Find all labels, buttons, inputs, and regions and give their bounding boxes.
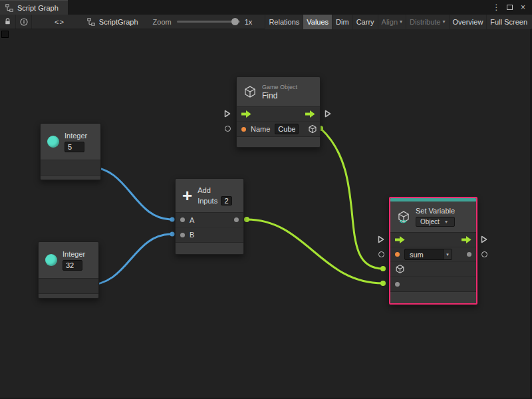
port-input-value-dot[interactable] xyxy=(395,282,400,287)
node-category: Game Object xyxy=(262,84,297,90)
distribute-button[interactable]: Distribute▾ xyxy=(406,15,448,29)
setvariable-flow-input-port[interactable] xyxy=(378,235,384,243)
add-output-wire-dot[interactable] xyxy=(244,217,249,222)
wire-integer32-to-add-b[interactable] xyxy=(86,234,172,285)
tab-title: Script Graph xyxy=(17,4,59,12)
input-b-label: B xyxy=(190,231,194,239)
dropdown-arrow-icon: ▾ xyxy=(400,19,402,25)
script-graph-tab[interactable]: Script Graph xyxy=(0,0,68,15)
port-input-b-dot[interactable] xyxy=(180,233,185,237)
relations-button[interactable]: Relations xyxy=(265,15,303,29)
wire-find-to-setvariable-object[interactable] xyxy=(321,128,383,269)
unity-script-graph-window: Script Graph ⋮ × <> ScriptGraph Zoom 1x … xyxy=(0,0,532,399)
setvariable-value-row xyxy=(390,277,476,291)
node-title: Set Variable xyxy=(416,207,455,215)
toolbar-toggle-group: Relations Values Dim Carry Align▾ Distri… xyxy=(265,15,532,29)
values-button[interactable]: Values xyxy=(303,15,332,29)
flow-out-arrow-icon[interactable] xyxy=(305,110,315,118)
node-header: + Add Inputs xyxy=(176,179,243,212)
inputs-label: Inputs xyxy=(198,197,217,205)
node-header: Game Object Find xyxy=(237,77,320,106)
close-button[interactable]: × xyxy=(517,2,529,13)
flow-in-arrow-icon[interactable] xyxy=(395,236,405,243)
inputs-count-input[interactable] xyxy=(221,196,232,205)
setvariable-flow-row xyxy=(390,233,476,247)
dropdown-arrow-icon: ▾ xyxy=(443,19,446,25)
node-footer xyxy=(390,291,476,303)
node-integer-bottom[interactable]: Integer xyxy=(38,241,99,299)
dropdown-arrow-icon: ▾ xyxy=(445,219,448,225)
zoom-slider[interactable] xyxy=(177,17,240,26)
port-name-dot[interactable] xyxy=(241,127,246,132)
node-find[interactable]: Game Object Find Name xyxy=(236,76,321,148)
integer-value-input[interactable] xyxy=(65,142,84,152)
node-body: sum ▾ xyxy=(390,232,476,291)
node-set-variable[interactable]: <> Set Variable Object ▾ xyxy=(389,197,477,305)
breadcrumb[interactable]: ScriptGraph xyxy=(87,18,138,26)
game-object-target-icon[interactable] xyxy=(395,264,405,274)
game-object-output-icon[interactable] xyxy=(308,124,317,134)
align-button[interactable]: Align▾ xyxy=(378,15,406,29)
node-title: Integer xyxy=(65,132,87,140)
setvariable-flow-output-port[interactable] xyxy=(481,235,487,243)
setvariable-value-output-port[interactable] xyxy=(481,251,487,257)
node-header: Integer xyxy=(41,124,100,160)
graph-icon xyxy=(5,4,13,12)
port-output-sum-dot[interactable] xyxy=(234,217,239,222)
zoom-slider-handle[interactable] xyxy=(231,18,239,25)
node-body: Name xyxy=(237,106,320,136)
setvariable-name-row: sum ▾ xyxy=(390,247,476,262)
name-value-input[interactable] xyxy=(275,124,299,134)
integer-output-row xyxy=(39,279,98,293)
integer-value-input[interactable] xyxy=(63,260,82,271)
fullscreen-button[interactable]: Full Screen xyxy=(486,15,531,29)
window-controls: ⋮ × xyxy=(491,0,532,15)
code-preview-button[interactable]: <> xyxy=(49,15,70,29)
info-icon xyxy=(20,18,28,26)
node-header: Integer xyxy=(39,242,98,278)
variable-icon: <> xyxy=(397,210,410,223)
flow-in-arrow-icon[interactable] xyxy=(241,110,251,118)
setvariable-object-input-wire-dot[interactable] xyxy=(380,266,386,271)
integer-icon xyxy=(47,136,59,148)
node-body xyxy=(39,278,98,293)
add-icon: + xyxy=(182,187,192,204)
overview-button[interactable]: Overview xyxy=(449,15,487,29)
carry-button[interactable]: Carry xyxy=(352,15,378,29)
flow-out-arrow-icon[interactable] xyxy=(462,236,471,243)
node-header: <> Set Variable Object ▾ xyxy=(390,201,476,232)
add-input-b-wire-dot[interactable] xyxy=(170,232,175,237)
name-label: Name xyxy=(251,125,270,133)
find-flow-input-port[interactable] xyxy=(224,110,231,118)
node-body: A B xyxy=(176,212,243,242)
port-variable-name-dot[interactable] xyxy=(395,252,400,257)
port-output-value-dot[interactable] xyxy=(467,252,471,257)
inspector-toggle[interactable] xyxy=(1,31,9,38)
integer-icon xyxy=(45,254,57,266)
find-name-input-port[interactable] xyxy=(225,126,231,132)
node-title: Find xyxy=(262,91,297,100)
graph-canvas[interactable]: Integer Integer xyxy=(0,29,530,398)
setvariable-name-input-port[interactable] xyxy=(378,251,384,257)
variable-scope-dropdown[interactable]: Object ▾ xyxy=(416,217,455,227)
add-input-a-wire-dot[interactable] xyxy=(170,217,175,222)
node-add[interactable]: + Add Inputs A B xyxy=(175,178,244,255)
setvariable-object-row xyxy=(390,262,476,277)
node-footer xyxy=(39,293,98,298)
setvariable-value-input-wire-dot[interactable] xyxy=(380,281,386,286)
node-integer-top[interactable]: Integer xyxy=(40,123,101,180)
variable-name-dropdown[interactable]: sum ▾ xyxy=(404,249,452,260)
port-input-a-dot[interactable] xyxy=(180,217,185,222)
wire-add-to-setvariable-value[interactable] xyxy=(247,219,383,283)
node-footer xyxy=(176,242,243,254)
input-a-label: A xyxy=(190,216,194,224)
window-menu-button[interactable]: ⋮ xyxy=(491,2,502,13)
dim-button[interactable]: Dim xyxy=(332,15,352,29)
lock-button[interactable] xyxy=(0,15,16,29)
find-flow-output-port[interactable] xyxy=(325,110,331,118)
maximize-button[interactable] xyxy=(504,2,515,13)
integer-output-row xyxy=(41,160,100,175)
zoom-label: Zoom xyxy=(153,18,172,26)
node-footer xyxy=(41,175,100,180)
info-button[interactable] xyxy=(16,15,32,29)
